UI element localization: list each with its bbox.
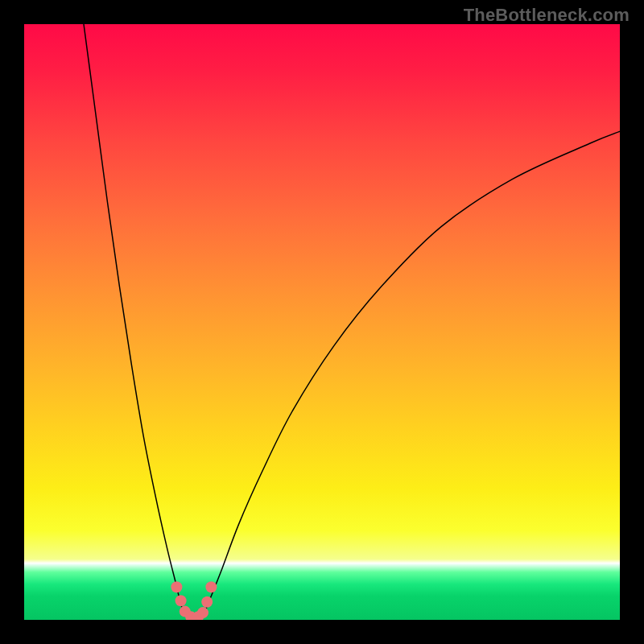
curve-svg xyxy=(24,24,620,620)
valley-dot xyxy=(205,581,217,592)
valley-dot xyxy=(197,607,208,618)
valley-markers xyxy=(171,581,217,620)
chart-frame: TheBottleneck.com xyxy=(0,0,644,644)
bottleneck-curve xyxy=(84,24,620,618)
plot-area xyxy=(24,24,620,620)
valley-dot xyxy=(201,597,213,608)
valley-dot xyxy=(175,595,187,606)
watermark-text: TheBottleneck.com xyxy=(464,5,630,26)
valley-dot xyxy=(171,581,182,592)
